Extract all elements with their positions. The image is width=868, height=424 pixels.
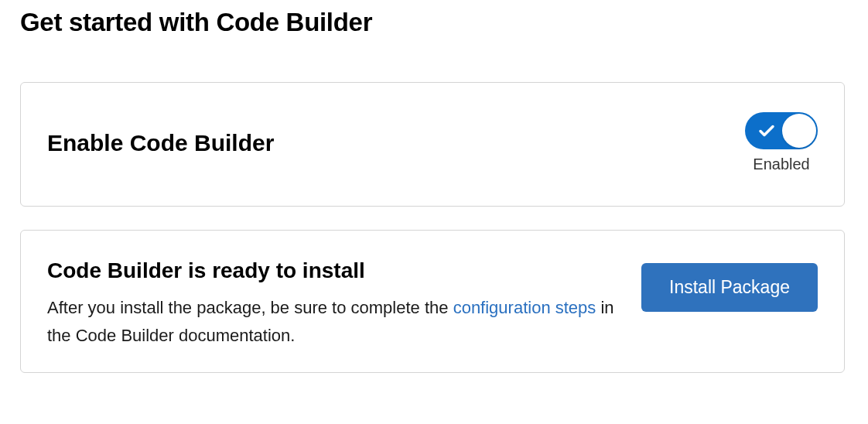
desc-text-before: After you install the package, be sure t… (47, 298, 453, 317)
configuration-steps-link[interactable]: configuration steps (453, 298, 596, 317)
toggle-state-label: Enabled (753, 156, 809, 173)
install-card-title: Code Builder is ready to install (47, 258, 623, 283)
enable-card-title: Enable Code Builder (47, 130, 274, 156)
page-title: Get started with Code Builder (20, 8, 845, 37)
toggle-wrapper: Enabled (745, 112, 818, 173)
enable-card: Enable Code Builder Enabled (20, 82, 845, 207)
install-package-button[interactable]: Install Package (641, 263, 818, 312)
install-card: Code Builder is ready to install After y… (20, 230, 845, 373)
check-icon (757, 121, 776, 140)
install-card-description: After you install the package, be sure t… (47, 294, 623, 350)
toggle-knob (782, 114, 816, 148)
install-card-content: Code Builder is ready to install After y… (47, 258, 641, 350)
enable-toggle[interactable] (745, 112, 818, 149)
